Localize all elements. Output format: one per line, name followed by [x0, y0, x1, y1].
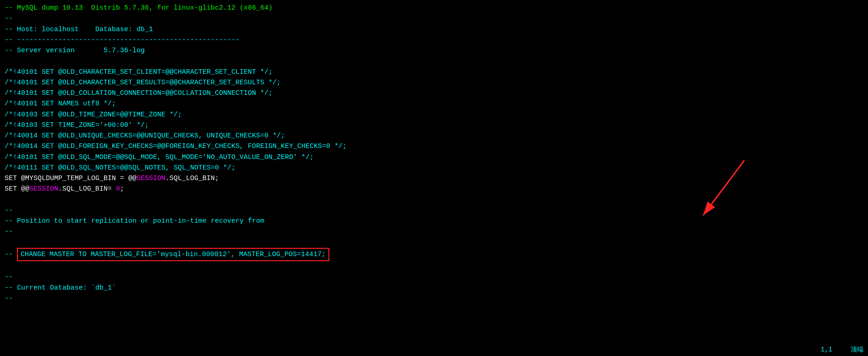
line-14: /*!40014 SET @OLD_FOREIGN_KEY_CHECKS=@@F…: [5, 141, 863, 152]
line-27: -- Current Database: `db_1`: [5, 283, 863, 293]
change-master-statement: CHANGE MASTER TO MASTER_LOG_FILE='mysql-…: [17, 248, 329, 261]
line-26: --: [5, 272, 863, 282]
position-label: 顶端: [851, 345, 863, 355]
line-9: /*!40101 SET @OLD_COLLATION_CONNECTION=@…: [5, 88, 863, 99]
line-1: -- MySQL dump 10.13 Distrib 5.7.36, for …: [5, 3, 863, 13]
cursor-position: 1,1: [821, 345, 832, 355]
terminal-window: -- MySQL dump 10.13 Distrib 5.7.36, for …: [0, 0, 868, 356]
line-8: /*!40101 SET @OLD_CHARACTER_SET_RESULTS=…: [5, 77, 863, 88]
line-7: /*!40101 SET @OLD_CHARACTER_SET_CLIENT=@…: [5, 67, 863, 77]
line-3: -- Host: localhost Database: db_1: [5, 24, 863, 35]
line-blank-3: [5, 237, 863, 248]
status-bar: 1,1 顶端: [816, 344, 868, 356]
line-blank-4: [5, 261, 863, 272]
line-10: /*!40101 SET NAMES utf8 */;: [5, 99, 863, 109]
line-2: --: [5, 13, 863, 24]
line-highlighted: -- CHANGE MASTER TO MASTER_LOG_FILE='mys…: [5, 248, 863, 261]
svg-line-1: [703, 160, 744, 215]
line-4: -- -------------------------------------…: [5, 35, 863, 45]
line-22: --: [5, 226, 863, 237]
line-blank-1: [5, 56, 863, 66]
line-11: /*!40103 SET @OLD_TIME_ZONE=@@TIME_ZONE …: [5, 110, 863, 120]
line-28: --: [5, 293, 863, 304]
line-13: /*!40014 SET @OLD_UNIQUE_CHECKS=@@UNIQUE…: [5, 131, 863, 141]
red-arrow-annotation: [685, 156, 758, 225]
line-12: /*!40103 SET TIME_ZONE='+00:00' */;: [5, 120, 863, 131]
line-5: -- Server version 5.7.36-log: [5, 45, 863, 56]
